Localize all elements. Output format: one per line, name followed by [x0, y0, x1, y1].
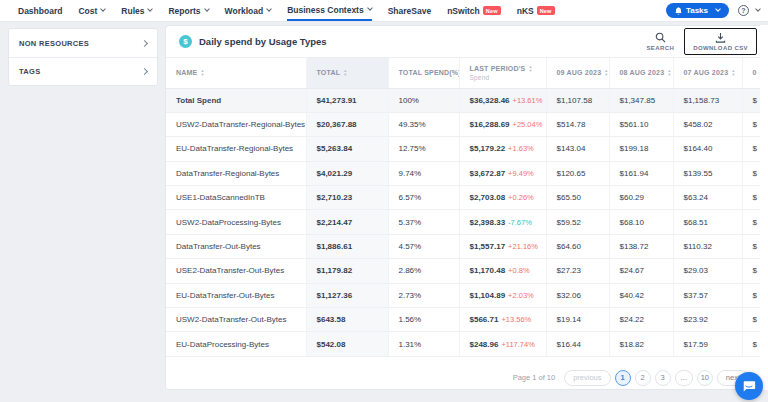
cell-last-period: $36,328.46+13.61% [459, 88, 546, 112]
cell-name: EU-DataTransfer-Regional-Bytes [166, 137, 306, 161]
cell-last-period: $2,703.08+0.26% [459, 186, 546, 210]
cell-day-value: $68.10 [609, 210, 673, 234]
search-button[interactable]: SEARCH [646, 32, 674, 51]
nav-item-label: nKS [517, 6, 534, 16]
cell-day-value: $59.52 [546, 210, 609, 234]
cell-day-value: $1,158.73 [673, 88, 742, 112]
new-badge: New [483, 6, 501, 15]
nav-item-label: nSwitch [447, 6, 480, 16]
nav-item-workload[interactable]: Workload [225, 0, 272, 21]
table-row-usw2-datatransfer-out-bytes[interactable]: USW2-DataTransfer-Out-Bytes$643.581.56%$… [166, 308, 768, 332]
table-row-usw2-dataprocessing-bytes[interactable]: USW2-DataProcessing-Bytes$2,214.475.37%$… [166, 210, 768, 234]
cell-total: $643.58 [306, 308, 388, 332]
cell-last-period: $1,170.48+0.8% [459, 259, 546, 283]
cell-day-value: $60.29 [609, 186, 673, 210]
cell-name: USW2-DataTransfer-Regional-Bytes [166, 112, 306, 136]
table-row-eu-dataprocessing-bytes[interactable]: EU-DataProcessing-Bytes$542.081.31%$248.… [166, 332, 768, 356]
cell-day-value: $16.44 [546, 332, 609, 356]
cell-day-value: $27.23 [546, 259, 609, 283]
pagination-ellipsis[interactable]: ... [675, 370, 693, 386]
nav-item-nswitch[interactable]: nSwitchNew [447, 0, 501, 21]
pagination-page-3[interactable]: 3 [655, 370, 671, 386]
table-row-usw2-datatransfer-regional-bytes[interactable]: USW2-DataTransfer-Regional-Bytes$20,367.… [166, 112, 768, 136]
table-row-eu-datatransfer-regional-bytes[interactable]: EU-DataTransfer-Regional-Bytes$5,263.841… [166, 137, 768, 161]
column-header-09-aug-2023[interactable]: 09 AUG 2023▲▼ [546, 58, 609, 88]
nav-item-rules[interactable]: Rules [121, 0, 152, 21]
sort-icon: ▲▼ [667, 69, 671, 76]
table-row-use2-datatransfer-out-bytes[interactable]: USE2-DataTransfer-Out-Bytes$1,179.822.86… [166, 259, 768, 283]
cell-day-value: $110.32 [673, 234, 742, 258]
cell-total-spend-pct: 1.31% [388, 332, 459, 356]
cell-day-value: $138.72 [609, 234, 673, 258]
cell-name: DataTransfer-Out-Bytes [166, 234, 306, 258]
chevron-down-icon [204, 6, 210, 12]
cell-day-value: $68.51 [673, 210, 742, 234]
cell-total: $2,214.47 [306, 210, 388, 234]
tasks-button[interactable]: Tasks [666, 3, 729, 18]
table-row-datatransfer-regional-bytes[interactable]: DataTransfer-Regional-Bytes$4,021.299.74… [166, 161, 768, 185]
sort-icon: ▲▼ [731, 69, 735, 76]
sort-icon: ▲▼ [604, 69, 608, 76]
cell-day-value: $199.18 [609, 137, 673, 161]
cell-name: USW2-DataTransfer-Out-Bytes [166, 308, 306, 332]
nav-item-sharesave[interactable]: ShareSave [388, 0, 431, 21]
column-header-name[interactable]: NAME▲▼ [166, 58, 306, 88]
cell-last-period: $16,288.69+25.04% [459, 112, 546, 136]
nav-item-label: Reports [168, 6, 200, 16]
cell-total-spend-pct: 2.86% [388, 259, 459, 283]
scrollbar-gutter [760, 25, 768, 390]
help-menu[interactable]: ? [738, 5, 760, 16]
toolbar: SEARCH DOWNLOAD CSV [646, 28, 757, 55]
main-panel: $ Daily spend by Usage Types SEARCH DOWN… [165, 25, 768, 390]
cell-day-value: $64.60 [546, 234, 609, 258]
nav-item-reports[interactable]: Reports [168, 0, 208, 21]
change-badge: +21.16% [508, 242, 538, 251]
pagination-page-2[interactable]: 2 [635, 370, 651, 386]
download-csv-button[interactable]: DOWNLOAD CSV [684, 28, 757, 55]
cell-day-value: $164.40 [673, 137, 742, 161]
cell-name: Total Spend [166, 88, 306, 112]
nav-item-cost[interactable]: Cost [78, 0, 105, 21]
pagination-page-10[interactable]: 10 [697, 370, 713, 386]
pagination-page-1[interactable]: 1 [615, 370, 631, 386]
table-row-total-spend[interactable]: Total Spend$41,273.91100%$36,328.46+13.6… [166, 88, 768, 112]
column-header-last-period-s[interactable]: LAST PERIOD'S▲▼Spend [459, 58, 546, 88]
sidebar-item-tags[interactable]: TAGS [9, 57, 157, 85]
cell-name: DataTransfer-Regional-Bytes [166, 161, 306, 185]
cell-total: $542.08 [306, 332, 388, 356]
dollar-circle-icon: $ [179, 35, 192, 48]
cell-total: $1,886.61 [306, 234, 388, 258]
sort-icon: ▲▼ [529, 65, 533, 72]
chat-icon [742, 379, 756, 393]
cell-day-value: $17.59 [673, 332, 742, 356]
table-row-use1-datascannedintb[interactable]: USE1-DataScannedInTB$2,710.236.57%$2,703… [166, 186, 768, 210]
sidebar-item-label: TAGS [19, 67, 40, 76]
pagination-prev[interactable]: previous [564, 370, 610, 386]
nav-item-nks[interactable]: nKSNew [517, 0, 555, 21]
nav-item-label: Workload [225, 6, 264, 16]
sidebar-item-non-resources[interactable]: NON RESOURCES [9, 29, 157, 57]
cell-last-period: $3,672.87+9.49% [459, 161, 546, 185]
change-badge: +9.49% [508, 169, 534, 178]
cell-day-value: $29.03 [673, 259, 742, 283]
cell-day-value: $18.82 [609, 332, 673, 356]
column-header-total-spend[interactable]: TOTAL SPEND(%)▲▼ [388, 58, 459, 88]
column-header-total[interactable]: TOTAL▲▼ [306, 58, 388, 88]
cell-last-period: $1,104.89+2.03% [459, 283, 546, 307]
cell-day-value: $120.65 [546, 161, 609, 185]
cell-day-value: $1,347.85 [609, 88, 673, 112]
cell-total: $1,127.36 [306, 283, 388, 307]
table-row-eu-datatransfer-out-bytes[interactable]: EU-DataTransfer-Out-Bytes$1,127.362.73%$… [166, 283, 768, 307]
column-header-08-aug-2023[interactable]: 08 AUG 2023▲▼ [609, 58, 673, 88]
cell-name: USE1-DataScannedInTB [166, 186, 306, 210]
download-csv-label: DOWNLOAD CSV [693, 45, 748, 51]
nav-item-dashboard[interactable]: Dashboard [18, 0, 62, 21]
column-header-07-aug-2023[interactable]: 07 AUG 2023▲▼ [673, 58, 742, 88]
table-row-datatransfer-out-bytes[interactable]: DataTransfer-Out-Bytes$1,886.614.57%$1,5… [166, 234, 768, 258]
cell-day-value: $63.24 [673, 186, 742, 210]
sort-icon: ▲▼ [200, 69, 204, 76]
nav-item-business-contexts[interactable]: Business Contexts [287, 0, 372, 21]
cell-name: USW2-DataProcessing-Bytes [166, 210, 306, 234]
chat-widget-button[interactable] [735, 372, 763, 400]
top-navigation: DashboardCostRulesReportsWorkloadBusines… [0, 0, 768, 22]
